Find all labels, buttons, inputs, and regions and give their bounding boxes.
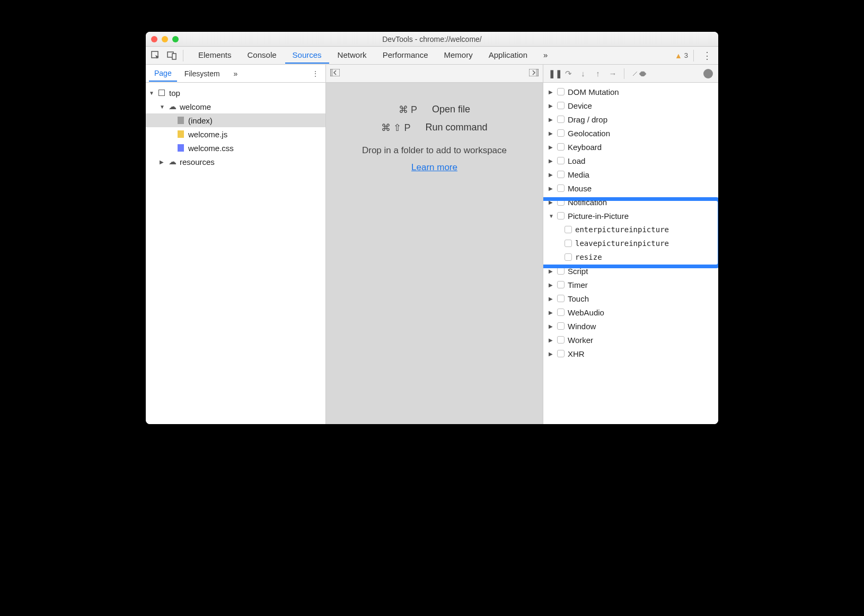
breakpoint-event[interactable]: resize [543,250,718,264]
navigator-menu-button[interactable]: ⋮ [312,69,319,78]
subtab-page[interactable]: Page [149,66,177,82]
breakpoint-category[interactable]: ▶DOM Mutation [543,85,718,99]
breakpoint-category-label: Load [568,156,585,165]
tree-node-top[interactable]: ▼ top [146,86,325,100]
breakpoint-category-label: Script [568,267,588,276]
checkbox[interactable] [557,184,565,192]
breakpoint-category[interactable]: ▶Touch [543,292,718,305]
checkbox[interactable] [565,253,572,261]
checkbox[interactable] [565,240,572,247]
checkbox[interactable] [557,309,565,316]
tab-memory[interactable]: Memory [437,47,480,64]
chevron-right-icon: ▶ [549,172,554,178]
checkbox[interactable] [557,281,565,288]
show-debugger-icon[interactable] [529,69,539,78]
checkbox[interactable] [557,157,565,164]
close-window-button[interactable] [151,36,157,42]
breakpoint-category[interactable]: ▶Notification [543,195,718,209]
tab-application[interactable]: Application [481,47,535,64]
checkbox[interactable] [557,116,565,123]
show-navigator-icon[interactable] [330,69,340,78]
shortcut-label: Open file [432,104,470,116]
step-out-icon[interactable]: ↑ [593,69,603,78]
chevron-right-icon: ▶ [549,144,554,150]
toolbar-separator [624,68,624,79]
breakpoint-category[interactable]: ▶WebAudio [543,305,718,319]
tree-node-index[interactable]: (index) [146,113,325,127]
subtabs-overflow-button[interactable]: » [228,66,243,81]
chevron-down-icon: ▼ [149,90,154,96]
zoom-window-button[interactable] [172,36,179,42]
breakpoint-category-label: Worker [568,336,593,345]
breakpoint-category[interactable]: ▶Drag / drop [543,112,718,126]
chevron-right-icon: ▶ [549,351,554,357]
learn-more-link[interactable]: Learn more [411,162,457,173]
breakpoint-event[interactable]: enterpictureinpicture [543,223,718,236]
step-over-icon[interactable]: ↷ [563,69,573,78]
checkbox[interactable] [557,171,565,178]
workspace-drop-hint: Drop in a folder to add to workspace [362,145,507,156]
warning-icon: ▲ [675,51,682,60]
tree-node-welcome-css[interactable]: welcome.css [146,141,325,155]
device-toggle-icon[interactable] [165,49,179,63]
breakpoint-category[interactable]: ▶Device [543,99,718,112]
breakpoint-category[interactable]: ▶Timer [543,278,718,292]
document-icon [177,116,185,125]
breakpoint-category[interactable]: ▶Mouse [543,181,718,195]
checkbox[interactable] [557,350,565,357]
breakpoint-event[interactable]: leavepictureinpicture [543,236,718,250]
step-into-icon[interactable]: ↓ [578,69,588,78]
breakpoint-category[interactable]: ▶Worker [543,333,718,347]
navigator-panel: Page Filesystem » ⋮ ▼ top ▼ ☁ welcome [146,65,326,424]
checkbox[interactable] [557,267,565,275]
checkbox[interactable] [557,295,565,302]
tree-node-welcome-js[interactable]: welcome.js [146,127,325,141]
minimize-window-button[interactable] [162,36,168,42]
tab-elements[interactable]: Elements [191,47,239,64]
chevron-right-icon: ▶ [549,337,554,343]
checkbox[interactable] [557,129,565,137]
tab-console[interactable]: Console [240,47,284,64]
settings-menu-button[interactable]: ⋮ [699,50,715,61]
checkbox[interactable] [557,322,565,330]
tab-performance[interactable]: Performance [375,47,436,64]
checkbox[interactable] [557,336,565,344]
tree-label: (index) [188,116,213,125]
checkbox[interactable] [557,143,565,151]
subtab-filesystem[interactable]: Filesystem [179,66,225,81]
checkbox[interactable] [565,226,572,233]
breakpoint-category[interactable]: ▼Picture-in-Picture [543,209,718,223]
pause-on-exceptions-icon[interactable] [703,69,713,78]
chevron-right-icon: ▶ [549,186,554,191]
editor-toolbar [326,65,543,83]
checkbox[interactable] [557,198,565,206]
breakpoint-category[interactable]: ▶XHR [543,347,718,360]
step-icon[interactable]: → [608,69,618,78]
tree-node-resources[interactable]: ▶ ☁ resources [146,155,325,169]
warnings-indicator[interactable]: ▲ 3 [675,51,688,60]
chevron-down-icon: ▼ [160,104,165,110]
tab-network[interactable]: Network [330,47,374,64]
tree-node-welcome[interactable]: ▼ ☁ welcome [146,100,325,113]
breakpoint-category[interactable]: ▶Script [543,264,718,278]
breakpoint-category[interactable]: ▶Keyboard [543,140,718,154]
pause-script-icon[interactable]: ❚❚ [549,69,558,78]
breakpoint-category[interactable]: ▶Media [543,168,718,181]
breakpoint-category[interactable]: ▶Window [543,319,718,333]
checkbox[interactable] [557,212,565,219]
inspect-element-icon[interactable] [149,49,163,63]
cloud-icon: ☁ [168,102,177,111]
window-title: DevTools - chrome://welcome/ [146,35,718,43]
deactivate-breakpoints-icon[interactable]: ⟋⬣ [631,69,640,78]
chevron-right-icon: ▶ [549,89,554,95]
breakpoint-category[interactable]: ▶Load [543,154,718,168]
breakpoint-event-label: leavepictureinpicture [575,239,669,248]
debugger-toolbar: ❚❚ ↷ ↓ ↑ → ⟋⬣ [543,65,718,83]
breakpoint-category[interactable]: ▶Geolocation [543,126,718,140]
breakpoint-category-label: DOM Mutation [568,87,619,96]
checkbox[interactable] [557,88,565,95]
checkbox[interactable] [557,102,565,109]
tab-sources[interactable]: Sources [285,47,329,64]
tabs-overflow-button[interactable]: » [536,47,555,64]
chevron-right-icon: ▶ [549,199,554,205]
